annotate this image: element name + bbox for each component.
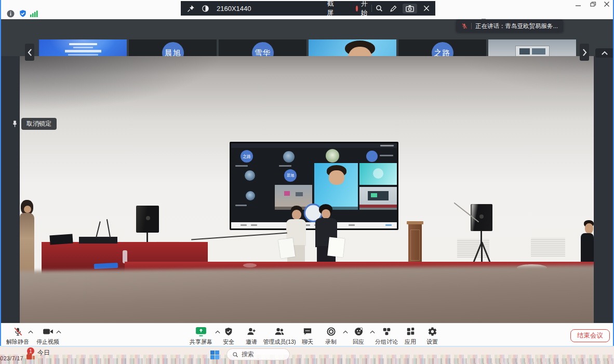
unpin-label: 取消锁定 (21, 118, 57, 130)
screenshot-label[interactable]: 截屏 (327, 0, 334, 18)
chat-button[interactable]: 聊天 (297, 326, 318, 346)
collapse-filmstrip-button[interactable] (595, 48, 614, 58)
stop-video-button[interactable]: 停止视频 (34, 326, 61, 346)
mic-boom (191, 233, 287, 240)
share-screen-icon (195, 326, 207, 337)
weather-icon (26, 353, 35, 360)
camera-icon[interactable] (403, 4, 417, 14)
unpin-control[interactable]: 取消锁定 (11, 118, 57, 130)
screen-video-tile (314, 163, 358, 210)
restore-button[interactable] (590, 2, 596, 7)
apps-grid-icon (406, 326, 416, 337)
settings-button[interactable]: 设置 (422, 326, 443, 346)
stage-video: 之路 晨旭 (20, 56, 594, 323)
contrast-icon[interactable] (202, 5, 209, 12)
invite-button[interactable]: 邀请 (241, 326, 262, 346)
pen-icon[interactable] (390, 5, 397, 12)
pin-icon[interactable] (187, 5, 195, 12)
search-icon (232, 352, 238, 358)
breakout-icon (382, 326, 392, 337)
divider (471, 23, 472, 29)
weather-title: 今日 (37, 348, 50, 357)
shield-check-icon[interactable] (19, 9, 27, 18)
window-border (0, 0, 1, 346)
camera-icon (43, 326, 54, 337)
magnifier-icon[interactable] (375, 4, 383, 12)
annotation-toolbar: 2160X1440 截屏 开始 (181, 1, 435, 16)
close-window-button[interactable] (604, 2, 610, 7)
end-meeting-button[interactable]: 结束会议 (570, 329, 610, 342)
taskbar-search[interactable]: 搜索 (226, 348, 290, 360)
shield-icon (224, 326, 233, 337)
chat-icon (302, 326, 313, 337)
screen-video-tile (359, 187, 397, 210)
capture-resolution: 2160X1440 (217, 5, 251, 12)
info-icon[interactable] (7, 10, 15, 18)
mic-options-chevron[interactable] (28, 330, 33, 334)
screen-avatar: 之路 (241, 150, 253, 163)
windows-logo-icon (210, 350, 220, 360)
taskbar: 1 今日 2023/7/17 搜索 (0, 347, 614, 364)
filmstrip-prev-button[interactable] (25, 44, 34, 61)
certificate-paper (278, 238, 296, 259)
unmute-button[interactable]: 解除静音 (5, 326, 30, 346)
main-video-area: 之路 晨旭 (0, 56, 614, 323)
glitch-noise (0, 358, 614, 364)
speaking-text: 正在讲话：青岛亚欧贸易服务... (475, 22, 558, 30)
certificate-paper (327, 237, 345, 258)
apps-button[interactable]: 应用 (401, 326, 420, 346)
mic-muted-icon (461, 23, 468, 29)
share-screen-button[interactable]: 共享屏幕 (187, 326, 215, 346)
smiley-icon (354, 326, 364, 337)
record-dot-icon (356, 6, 358, 11)
start-label[interactable]: 开始 (361, 0, 368, 18)
search-placeholder: 搜索 (242, 350, 254, 359)
people-icon (274, 326, 285, 337)
manage-members-button[interactable]: 管理成员(13) (262, 326, 297, 346)
reactions-button[interactable]: 回应 (347, 326, 370, 346)
start-button[interactable] (210, 350, 220, 360)
record-icon (326, 326, 336, 337)
stage-led-screen: 之路 晨旭 (230, 142, 398, 230)
pin-icon (11, 120, 18, 128)
window-border (0, 346, 614, 347)
filmstrip-next-button[interactable] (580, 44, 589, 61)
taskbar-date: 2023/7/17 (0, 355, 23, 361)
gear-icon (428, 326, 437, 337)
video-options-chevron[interactable] (56, 330, 61, 334)
screen-avatar: 晨旭 (284, 169, 297, 182)
signal-bars-icon[interactable] (30, 10, 38, 17)
breakout-rooms-button[interactable]: 分组讨论 (373, 326, 400, 346)
minimize-button[interactable] (575, 2, 581, 7)
record-button[interactable]: 录制 (319, 326, 343, 346)
wall-vent (531, 238, 565, 257)
screen-video-tile (359, 163, 397, 185)
speaking-banner: 正在讲话：青岛亚欧贸易服务... (456, 20, 563, 32)
close-icon[interactable] (423, 5, 430, 12)
meeting-window: 56:31(60分钟) 演讲者视图 2160X1440 截屏 开始 (0, 0, 614, 364)
person-add-icon (246, 326, 257, 337)
security-button[interactable]: 安全 (218, 326, 239, 346)
mic-muted-icon (13, 326, 23, 337)
foreground-table (20, 265, 594, 323)
meeting-toolbar: 解除静音 停止视频 共享屏幕 安全 邀请 管理成员(13) 聊天 (0, 323, 614, 347)
